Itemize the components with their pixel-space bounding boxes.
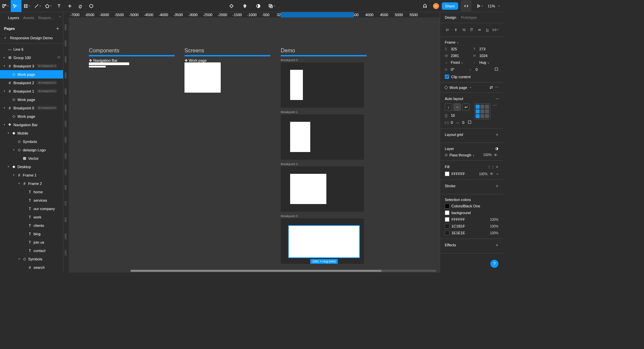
expand-toggle[interactable]: ▾ bbox=[3, 123, 6, 126]
component-tool[interactable] bbox=[239, 0, 250, 12]
layer-row[interactable]: ▾#Breakpoint 3breakpoint-3 bbox=[0, 62, 63, 70]
layer-row[interactable]: ▾#Breakpoint 1breakpoint-1 bbox=[0, 87, 63, 95]
boolean-tool[interactable]: ▾ bbox=[266, 0, 277, 12]
layer-row[interactable]: ▸⊞Group 100⟳ bbox=[0, 53, 63, 62]
layer-row[interactable]: ▾◆Desktop bbox=[0, 162, 63, 171]
page-dropdown[interactable]: Respon... bbox=[38, 16, 54, 20]
align-left[interactable] bbox=[445, 27, 451, 33]
frame-tool[interactable]: ▾ bbox=[21, 0, 32, 12]
zoom-level[interactable]: 11% bbox=[488, 4, 495, 8]
radius-input[interactable]: 0 bbox=[476, 67, 478, 71]
layer-row[interactable]: Tservices bbox=[0, 196, 63, 204]
move-tool[interactable]: ▾ bbox=[11, 0, 21, 12]
selcolor-row[interactable]: background bbox=[445, 210, 498, 215]
pen-tool[interactable]: ▾ bbox=[32, 0, 43, 12]
main-menu[interactable]: ▾ bbox=[0, 0, 11, 12]
expand-toggle[interactable]: ▾ bbox=[7, 132, 10, 135]
frame-label-bp3[interactable]: Breakpoint 3 bbox=[281, 214, 298, 218]
layer-row[interactable]: —Line 6 bbox=[0, 45, 63, 53]
tab-layers[interactable]: Layers bbox=[8, 16, 19, 20]
align-top[interactable] bbox=[469, 27, 475, 33]
color-swatch[interactable] bbox=[445, 231, 449, 235]
gap-input[interactable]: 10 bbox=[451, 113, 455, 117]
al-vertical[interactable]: ↓ bbox=[445, 103, 452, 111]
add-grid[interactable]: + bbox=[496, 132, 498, 137]
demo-bp1-bg[interactable] bbox=[281, 114, 364, 160]
add-page-button[interactable]: + bbox=[56, 26, 59, 31]
selcolor-row[interactable]: Colors/Black One bbox=[445, 204, 498, 208]
comment-tool[interactable] bbox=[86, 0, 97, 12]
audio-button[interactable] bbox=[420, 0, 430, 12]
add-stroke[interactable]: + bbox=[496, 183, 498, 189]
layer-row[interactable]: #Breakpoint 2breakpoint-2 bbox=[0, 79, 63, 87]
layer-row[interactable]: ◇Work page bbox=[0, 70, 63, 79]
expand-toggle[interactable]: ▾ bbox=[17, 182, 21, 185]
instance-more[interactable]: ⋯ bbox=[495, 85, 498, 90]
layer-row[interactable]: ▾#Frame 2 bbox=[0, 179, 63, 188]
layer-row[interactable]: ▦Vector bbox=[0, 154, 63, 162]
rotation-input[interactable]: 0° bbox=[451, 67, 454, 71]
layer-row[interactable]: ▾❖Navigation Bar bbox=[0, 120, 63, 129]
fill-hex[interactable]: FFFFFF bbox=[451, 172, 465, 176]
user-avatar[interactable]: O bbox=[433, 3, 439, 9]
frame-label-bp1[interactable]: Breakpoint 1 bbox=[281, 110, 298, 114]
frame-label-bp0[interactable]: Breakpoint 0 bbox=[281, 58, 298, 62]
add-effect[interactable]: + bbox=[496, 242, 498, 248]
resource-tool[interactable] bbox=[64, 0, 75, 12]
fill-swatch[interactable] bbox=[445, 171, 449, 176]
screen-work-page[interactable] bbox=[184, 62, 221, 93]
demo-bp3-frame-selected[interactable] bbox=[289, 226, 359, 257]
expand-toggle[interactable]: ▾ bbox=[17, 257, 21, 260]
tab-assets[interactable]: Assets bbox=[23, 16, 34, 20]
tab-design[interactable]: Design bbox=[445, 15, 456, 19]
layer-row[interactable]: ▾◇Symbols bbox=[0, 255, 63, 263]
layer-row[interactable]: #search bbox=[0, 263, 63, 271]
layer-row[interactable]: ▾#Breakpoint 0breakpoint-0 bbox=[0, 104, 63, 112]
chevron-down-icon[interactable]: ⌃ bbox=[59, 15, 62, 20]
expand-toggle[interactable]: ▾ bbox=[3, 90, 6, 93]
layer-row[interactable]: ◇Work page bbox=[0, 112, 63, 120]
x-input[interactable]: 325 bbox=[451, 47, 457, 51]
align-vcenter[interactable] bbox=[477, 27, 483, 33]
color-swatch[interactable] bbox=[445, 217, 449, 222]
fill-visibility[interactable]: 👁 bbox=[490, 172, 494, 176]
expand-toggle[interactable]: ▾ bbox=[3, 106, 6, 109]
expand-toggle[interactable]: ▾ bbox=[3, 64, 6, 67]
h-input[interactable]: 1024 bbox=[479, 54, 487, 58]
demo-bp0-bg[interactable] bbox=[281, 62, 364, 108]
layer-row[interactable]: Tclients bbox=[0, 221, 63, 230]
hand-tool[interactable] bbox=[75, 0, 86, 12]
frame-dropdown[interactable]: Frame ▾ bbox=[445, 40, 459, 44]
al-nine-box[interactable] bbox=[474, 103, 490, 119]
layer-row[interactable]: ▾◇delasign Logo bbox=[0, 146, 63, 154]
align-bottom[interactable] bbox=[484, 27, 490, 33]
padv-input[interactable]: 0 bbox=[462, 120, 464, 124]
layer-row[interactable]: ◇Symbols bbox=[0, 137, 63, 146]
al-wrap[interactable]: ↩ bbox=[462, 103, 470, 111]
instance-swap[interactable]: ⇄ bbox=[490, 85, 493, 90]
selcolor-row[interactable]: 1E1E1E100% bbox=[445, 231, 498, 235]
hmode-select[interactable]: Hug ▾ bbox=[479, 60, 489, 64]
expand-toggle[interactable]: ▾ bbox=[12, 148, 15, 151]
page-item[interactable]: Responsive Design Demo bbox=[0, 34, 63, 42]
clip-content-checkbox[interactable] bbox=[445, 74, 449, 79]
layer-row[interactable]: ▾◆Mobile bbox=[0, 129, 63, 137]
expand-toggle[interactable]: ▸ bbox=[3, 56, 6, 59]
al-horizontal[interactable]: → bbox=[453, 103, 461, 111]
radius-per-corner[interactable] bbox=[494, 67, 498, 72]
color-swatch[interactable] bbox=[445, 204, 449, 208]
align-hcenter[interactable] bbox=[453, 27, 459, 33]
wmode-select[interactable]: Fixed ▾ bbox=[451, 60, 463, 64]
frame-label-bp2[interactable]: Breakpoint 2 bbox=[281, 162, 298, 166]
share-button[interactable]: Share bbox=[442, 2, 458, 10]
w-input[interactable]: 2381 bbox=[451, 54, 459, 58]
present-button[interactable]: ▾ bbox=[474, 0, 485, 12]
y-input[interactable]: 273 bbox=[479, 47, 485, 51]
tab-prototype[interactable]: Prototype bbox=[461, 15, 477, 19]
selcolor-row[interactable]: FFFFFF100% bbox=[445, 217, 498, 222]
demo-bp3-bg[interactable] bbox=[281, 218, 364, 264]
dev-mode-button[interactable] bbox=[461, 0, 472, 12]
fill-style[interactable]: ⋮⋮ bbox=[487, 165, 495, 169]
blend-mode[interactable]: Pass through ▾ bbox=[449, 153, 474, 157]
expand-toggle[interactable]: ▾ bbox=[12, 173, 15, 177]
